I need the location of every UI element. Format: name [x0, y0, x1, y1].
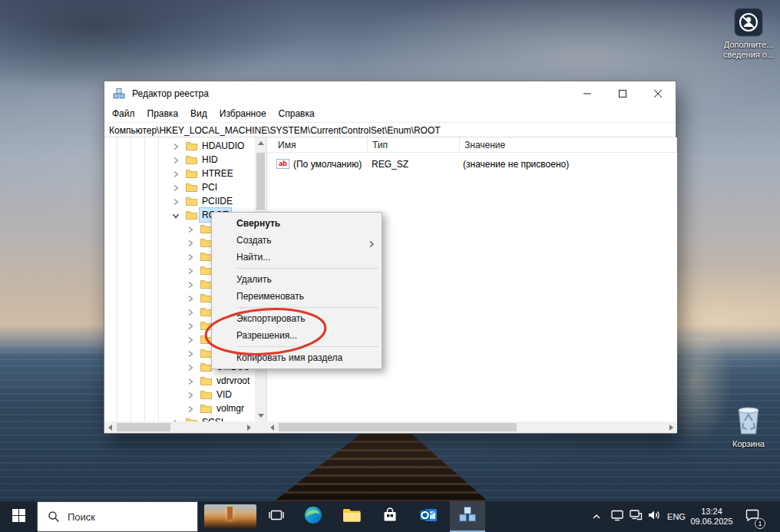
context-menu-item[interactable]: Копировать имя раздела [212, 349, 382, 366]
chevron-collapsed-icon[interactable] [187, 225, 194, 233]
chevron-collapsed-icon[interactable] [172, 197, 180, 205]
context-menu-item[interactable]: Удалить [212, 271, 382, 288]
scroll-right-button[interactable] [243, 421, 255, 433]
chevron-collapsed-icon[interactable] [187, 363, 194, 371]
tree-item-hid[interactable]: HID [104, 153, 255, 167]
volume-icon [647, 509, 661, 524]
chevron-collapsed-icon[interactable] [187, 280, 194, 288]
chevron-collapsed-icon[interactable] [187, 322, 194, 329]
task-view-button[interactable] [259, 501, 293, 532]
scrollbar-thumb[interactable] [256, 153, 265, 210]
chevron-collapsed-icon[interactable] [187, 266, 194, 274]
menubar-item[interactable]: Избранное [213, 106, 273, 122]
action-center-button[interactable]: 1 [735, 501, 769, 532]
close-button[interactable] [640, 81, 676, 106]
address-input[interactable] [104, 124, 676, 137]
tree-item-htree[interactable]: HTREE [104, 167, 255, 180]
network-icon [629, 509, 643, 524]
chevron-collapsed-icon[interactable] [187, 391, 194, 398]
menubar-item[interactable]: Правка [141, 106, 185, 122]
menubar-item[interactable]: Файл [106, 106, 141, 122]
chevron-collapsed-icon[interactable] [187, 308, 194, 316]
tree-item-volmgr[interactable]: volmgr [104, 401, 255, 415]
taskbar-search-box[interactable] [37, 501, 198, 532]
chevron-collapsed-icon[interactable] [172, 142, 180, 150]
scroll-left-button[interactable] [104, 421, 116, 433]
context-menu-item[interactable]: Экспортировать [212, 310, 382, 327]
chevron-collapsed-icon[interactable] [187, 239, 194, 246]
store-button[interactable] [373, 501, 407, 532]
window-title: Редактор реестра [132, 81, 209, 106]
folder-icon [200, 279, 212, 291]
tree-item-vid[interactable]: VID [104, 388, 255, 401]
edge-button[interactable] [296, 501, 330, 532]
folder-icon [200, 238, 212, 249]
scrollbar-thumb[interactable] [117, 423, 170, 431]
value-row[interactable]: ab(По умолчанию)REG_SZ(значение не присв… [267, 157, 677, 171]
scroll-right-button[interactable] [666, 421, 677, 433]
regedit-taskbar-button[interactable] [450, 501, 485, 532]
recycle-bin[interactable]: Корзина [719, 402, 778, 449]
context-menu-item[interactable]: Свернуть [212, 215, 382, 232]
chevron-collapsed-icon[interactable] [172, 170, 180, 177]
value-type: REG_SZ [372, 157, 408, 171]
context-menu-item[interactable]: Переименовать [212, 288, 382, 305]
context-menu-item[interactable]: Найти... [212, 249, 382, 266]
chevron-collapsed-icon[interactable] [187, 405, 194, 412]
minimize-button[interactable] [570, 81, 605, 106]
search-input[interactable] [68, 511, 183, 523]
chevron-collapsed-icon[interactable] [187, 335, 194, 343]
maximize-button[interactable] [605, 81, 640, 106]
chevron-collapsed-icon[interactable] [172, 183, 180, 191]
scroll-down-button[interactable] [255, 410, 266, 421]
tree-item-pciide[interactable]: PCIIDE [104, 194, 255, 208]
tray-volume-button[interactable] [645, 501, 663, 532]
start-button[interactable] [0, 501, 37, 532]
chevron-collapsed-icon[interactable] [172, 156, 180, 164]
folder-icon [200, 335, 212, 346]
news-widget-thumbnail[interactable] [204, 504, 256, 529]
scrollbar-thumb[interactable] [279, 423, 517, 431]
scroll-up-button[interactable] [255, 137, 266, 149]
folder-icon [186, 210, 197, 222]
outlook-button[interactable] [411, 501, 445, 532]
registry-editor-window: Редактор реестра ФайлПравкаВидИзбранноеС… [104, 81, 676, 434]
title-bar[interactable]: Редактор реестра [104, 81, 676, 106]
tree-item-label: PCIIDE [200, 194, 235, 208]
string-value-icon: ab [276, 159, 289, 169]
chevron-expanded-icon[interactable] [172, 211, 180, 219]
column-header-2[interactable]: Тип [368, 137, 460, 153]
list-horizontal-scrollbar[interactable] [266, 421, 677, 433]
file-explorer-button[interactable] [335, 501, 369, 532]
tree-item-vdrvroot[interactable]: vdrvroot [104, 374, 255, 388]
context-menu-item[interactable]: Создать [212, 232, 382, 249]
folder-icon [186, 155, 197, 167]
folder-icon [200, 266, 212, 277]
folder-icon [200, 349, 212, 360]
tree-item-hdaudio[interactable]: HDAUDIO [104, 139, 255, 153]
chevron-collapsed-icon[interactable] [187, 349, 194, 357]
scroll-left-button[interactable] [266, 421, 278, 433]
maximize-icon [619, 87, 626, 101]
menubar-item[interactable]: Вид [184, 106, 213, 122]
taskbar-clock[interactable]: 13:24 09.06.2025 [689, 501, 734, 532]
language-indicator[interactable]: ENG [663, 501, 689, 532]
desktop-shortcut-info[interactable]: Дополните... сведения о... [718, 8, 779, 60]
chevron-collapsed-icon[interactable] [187, 377, 194, 385]
menubar-item[interactable]: Справка [273, 106, 321, 122]
value-name: (По умолчанию) [293, 157, 362, 171]
chevron-collapsed-icon[interactable] [187, 294, 194, 302]
tree-horizontal-scrollbar[interactable] [104, 421, 255, 433]
tray-expand-button[interactable] [587, 501, 606, 532]
window-content: HDAUDIOHIDHTREEPCIPCIIDEROOTUMBUSvdrvroo… [104, 137, 676, 433]
tray-display-button[interactable] [608, 501, 626, 532]
registry-icon [113, 88, 125, 100]
context-menu-item[interactable]: Разрешения... [212, 327, 382, 344]
folder-icon [186, 169, 197, 180]
chevron-collapsed-icon[interactable] [187, 253, 194, 260]
tray-network-button[interactable] [626, 501, 645, 532]
column-header-3[interactable]: Значение [460, 137, 677, 153]
tree-item-pci[interactable]: PCI [104, 180, 255, 194]
column-header-1[interactable]: Имя [267, 137, 368, 153]
tree-item-scsi[interactable]: SCSI [104, 415, 255, 421]
